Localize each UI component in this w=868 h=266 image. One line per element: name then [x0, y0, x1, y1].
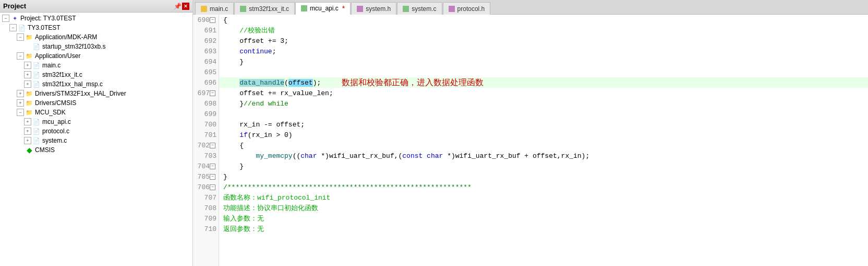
fold-690[interactable]: − [210, 17, 215, 23]
startup-label: startup_stm32f103xb.s [42, 43, 105, 50]
tree-item-system[interactable]: + 📄 system.c [0, 136, 192, 145]
tab-mcu-api[interactable]: mcu_api.c* [295, 2, 351, 15]
drivers-cmsis-label: Drivers/CMSIS [35, 99, 76, 107]
tree-item-ty3[interactable]: − 📄 TY3.0TEST [0, 23, 192, 32]
pin-icon[interactable]: 📌 [174, 3, 181, 10]
file-hal-icon: 📄 [32, 80, 41, 88]
tab-protocol-h-label: protocol.h [457, 5, 485, 13]
fold-702[interactable]: − [210, 143, 215, 148]
main-label: main.c [42, 62, 61, 69]
tree-item-user[interactable]: − 📁 Application/User [0, 51, 192, 61]
code-line-708: 功能描述：协议串口初始化函数 [219, 203, 868, 213]
linenum-695: 695 [193, 67, 219, 77]
linenum-704: 704− [193, 161, 219, 171]
tree-item-protocol[interactable]: + 📄 protocol.c [0, 126, 192, 136]
expand-user[interactable]: − [17, 52, 24, 60]
fold-697[interactable]: − [210, 90, 215, 96]
tree-item-root[interactable]: − ✦ Project: TY3.0TEST [0, 14, 192, 23]
fold-705[interactable]: − [210, 174, 215, 180]
tab-protocol-h-icon [449, 6, 455, 12]
tree-item-hal[interactable]: + 📄 stm32f1xx_hal_msp.c [0, 79, 192, 89]
project-header-title: Project [3, 2, 26, 10]
linenum-696: 696 [193, 77, 219, 88]
hal-label: stm32f1xx_hal_msp.c [42, 80, 103, 88]
expand-system[interactable]: + [24, 137, 31, 144]
tab-system-c-icon [403, 6, 409, 12]
close-icon[interactable]: ✕ [182, 3, 189, 10]
tree-item-mcu-api[interactable]: + 📄 mcu_api.c [0, 117, 192, 126]
code-area: 690− 691 692 693 694 695 696 697− 698 69… [193, 15, 868, 266]
file-startup-icon: 📄 [32, 42, 41, 51]
fold-706[interactable]: − [210, 184, 215, 190]
code-line-706: /***************************************… [219, 182, 868, 192]
ty3-label: TY3.0TEST [28, 24, 61, 31]
tab-main-c[interactable]: main.c [195, 2, 234, 15]
code-line-691: //校验出错 [219, 25, 868, 36]
code-line-701: if(rx_in > 0) [219, 130, 868, 140]
fold-704[interactable]: − [210, 164, 215, 169]
file-it-icon: 📄 [32, 71, 41, 79]
tree-item-drivers-hal[interactable]: + 📁 Drivers/STM32F1xx_HAL_Driver [0, 89, 192, 98]
tab-main-c-label: main.c [210, 5, 228, 13]
root-label: Project: TY3.0TEST [20, 15, 76, 22]
linenum-697: 697− [193, 88, 219, 98]
code-line-704: } [219, 161, 868, 171]
tab-stm32-it[interactable]: stm32f1xx_it.c [234, 2, 295, 15]
folder-mdk-icon: 📁 [25, 33, 33, 41]
folder-user-icon: 📁 [25, 52, 33, 60]
tree-item-mcu-sdk[interactable]: − 📁 MCU_SDK [0, 108, 192, 117]
code-line-698: }//end while [219, 98, 868, 109]
expand-drivers-hal[interactable]: + [17, 90, 24, 97]
linenum-707: 707 [193, 192, 219, 203]
tab-system-h-label: system.h [366, 5, 391, 13]
expand-mcu-api[interactable]: + [24, 118, 31, 125]
code-line-700: rx_in -= offset; [219, 119, 868, 130]
folder-drivers-hal-icon: 📁 [25, 89, 33, 98]
expand-mcu-sdk[interactable]: − [17, 109, 24, 116]
tree-item-cmsis[interactable]: ◆ CMSIS [0, 145, 192, 155]
tree-item-main[interactable]: + 📄 main.c [0, 61, 192, 70]
linenum-699: 699 [193, 109, 219, 119]
code-line-693: continue; [219, 46, 868, 56]
expand-drivers-cmsis[interactable]: + [17, 99, 24, 107]
project-icon: ✦ [10, 14, 19, 22]
code-line-695 [219, 67, 868, 77]
expand-protocol[interactable]: + [24, 128, 31, 135]
tab-bar: main.c stm32f1xx_it.c mcu_api.c* system.… [193, 0, 868, 15]
linenum-692: 692 [193, 36, 219, 46]
expand-main[interactable]: + [24, 62, 31, 69]
mdk-label: Application/MDK-ARM [35, 33, 97, 41]
tab-protocol-h[interactable]: protocol.h [443, 2, 491, 15]
mcu-sdk-label: MCU_SDK [35, 109, 66, 116]
expand-root[interactable]: − [2, 15, 9, 22]
linenum-702: 702− [193, 140, 219, 151]
file-main-icon: 📄 [32, 61, 41, 70]
tab-mcu-api-label: mcu_api.c [310, 5, 339, 12]
code-line-702: { [219, 140, 868, 151]
tab-system-h-icon [357, 6, 363, 12]
linenum-701: 701 [193, 130, 219, 140]
folder-mcu-sdk-icon: 📁 [25, 108, 33, 117]
file-mcu-api-icon: 📄 [32, 118, 41, 126]
linenum-705: 705− [193, 171, 219, 182]
expand-ty3[interactable]: − [9, 24, 17, 31]
tree-item-drivers-cmsis[interactable]: + 📁 Drivers/CMSIS [0, 98, 192, 108]
header-icons: 📌 ✕ [174, 3, 189, 10]
expand-it[interactable]: + [24, 71, 31, 78]
tab-system-h[interactable]: system.h [351, 2, 396, 15]
drivers-hal-label: Drivers/STM32F1xx_HAL_Driver [35, 90, 126, 97]
tab-system-c[interactable]: system.c [397, 2, 442, 15]
code-panel: main.c stm32f1xx_it.c mcu_api.c* system.… [193, 0, 868, 266]
project-header: Project 📌 ✕ [0, 0, 192, 13]
project-panel: Project 📌 ✕ − ✦ Project: TY3.0TEST − 📄 T… [0, 0, 193, 266]
tree-item-mdk[interactable]: − 📁 Application/MDK-ARM [0, 32, 192, 42]
user-label: Application/User [35, 52, 80, 60]
expand-hal[interactable]: + [24, 80, 31, 88]
code-line-709: 输入参数：无 [219, 213, 868, 224]
system-label: system.c [42, 137, 67, 144]
tree-item-it[interactable]: + 📄 stm32f1xx_it.c [0, 70, 192, 79]
tree-item-startup[interactable]: 📄 startup_stm32f103xb.s [0, 42, 192, 51]
expand-mdk[interactable]: − [17, 33, 24, 41]
code-line-705: } [219, 171, 868, 182]
tab-stm32-it-label: stm32f1xx_it.c [249, 5, 289, 13]
